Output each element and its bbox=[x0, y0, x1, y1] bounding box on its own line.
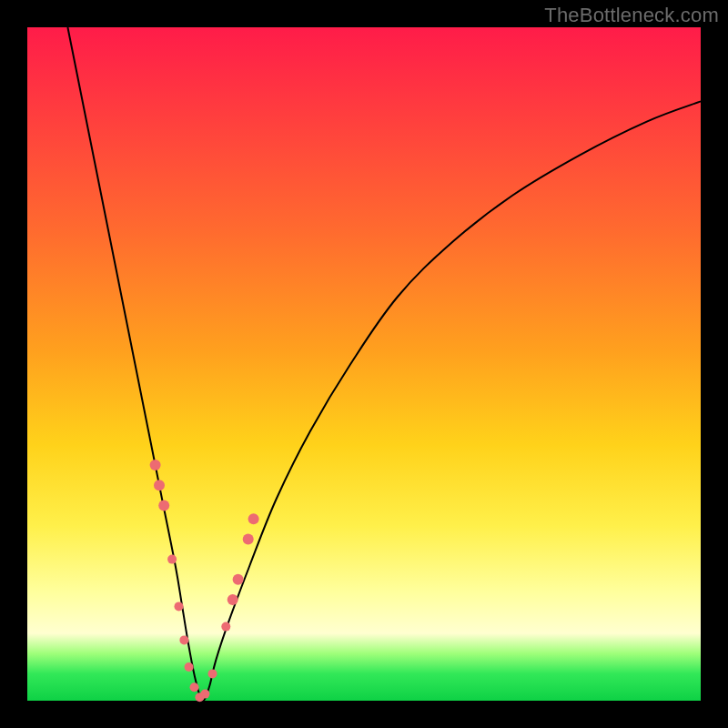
curve-marker bbox=[185, 662, 194, 672]
curve-marker bbox=[221, 622, 230, 632]
watermark-text: TheBottleneck.com bbox=[544, 4, 719, 27]
curve-marker bbox=[175, 602, 184, 611]
chart-svg bbox=[27, 27, 701, 701]
curve-marker bbox=[208, 669, 217, 678]
curve-marker bbox=[228, 594, 238, 605]
curve-marker bbox=[167, 555, 177, 564]
curve-marker bbox=[179, 635, 188, 644]
curve-marker bbox=[200, 690, 209, 699]
curve-marker bbox=[233, 574, 244, 585]
chart-frame: TheBottleneck.com bbox=[0, 0, 728, 728]
curve-marker bbox=[190, 682, 199, 692]
marker-group bbox=[150, 460, 259, 702]
curve-marker bbox=[150, 460, 161, 470]
bottleneck-curve bbox=[67, 27, 701, 701]
curve-marker bbox=[248, 513, 259, 524]
plot-area bbox=[27, 27, 701, 701]
curve-marker bbox=[154, 480, 165, 490]
curve-marker bbox=[158, 500, 169, 511]
curve-marker bbox=[243, 533, 254, 544]
